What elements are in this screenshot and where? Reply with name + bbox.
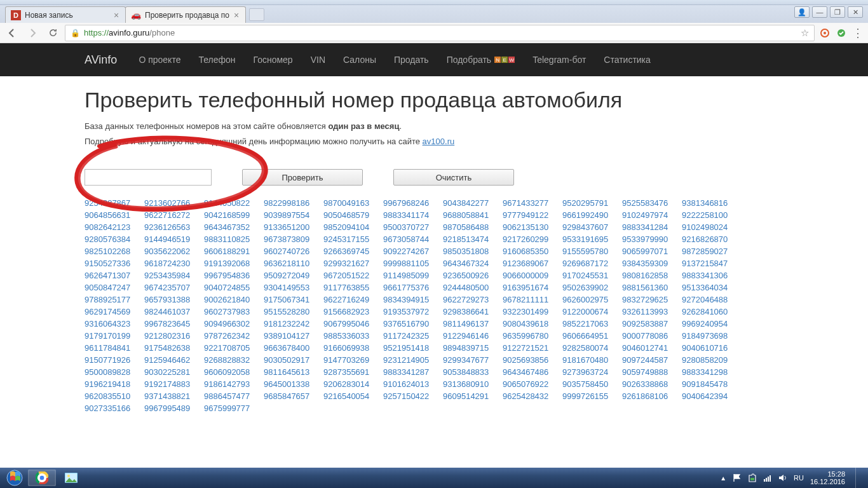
phone-link[interactable]: 9144946519 [144,234,199,244]
phone-input[interactable] [85,169,212,186]
phone-link[interactable]: 9035622062 [144,247,199,256]
phone-link[interactable]: 9602737983 [204,307,259,316]
phone-link[interactable]: 9299321627 [323,259,378,268]
phone-link[interactable]: 9179170199 [85,331,139,341]
phone-link[interactable]: 9606664951 [562,331,617,341]
phone-link[interactable]: 9661775376 [383,283,438,292]
phone-link[interactable]: 9777949122 [503,210,557,220]
phone-link[interactable]: 9000778086 [622,331,677,341]
phone-link[interactable]: 9661992490 [562,210,617,220]
phone-link[interactable]: 9643467352 [204,222,259,232]
browser-tab-1[interactable]: D Новая запись × [5,6,126,23]
minimize-button[interactable]: — [812,6,827,18]
tab-close-icon[interactable]: × [112,11,120,19]
phone-link[interactable]: 9657931388 [144,295,199,304]
phone-link[interactable]: 9533191695 [562,234,617,244]
back-button[interactable] [4,25,20,41]
close-window-button[interactable]: ✕ [848,6,863,18]
phone-link[interactable]: 9788925177 [85,295,139,304]
phone-link[interactable]: 9150527336 [85,259,139,268]
phone-link[interactable]: 9216540054 [323,391,378,401]
phone-link[interactable]: 9671433277 [503,198,557,208]
phone-link[interactable]: 9322301499 [503,307,557,316]
phone-link[interactable]: 9117242325 [383,331,438,341]
phone-link[interactable]: 9040642394 [682,391,736,401]
phone-link[interactable]: 9193537972 [383,307,438,316]
bookmark-star-icon[interactable]: ☆ [801,27,809,39]
phone-link[interactable]: 9253435984 [144,271,199,280]
phone-link[interactable]: 9155595780 [562,247,617,256]
phone-link[interactable]: 9170245531 [562,271,617,280]
check-button[interactable]: Проверить [242,169,363,186]
tray-up-icon[interactable]: ▲ [720,475,726,482]
phone-link[interactable]: 9280858209 [682,355,736,365]
phone-link[interactable]: 9688058841 [443,210,498,220]
phone-link[interactable]: 9268828832 [204,355,259,365]
phone-link[interactable]: 9967823645 [144,319,199,329]
phone-link[interactable]: 9620835510 [85,391,139,401]
phone-link[interactable]: 9304149553 [264,283,318,292]
phone-link[interactable]: 9883341174 [383,210,438,220]
browser-menu-button[interactable]: ⋮ [851,26,864,40]
phone-link[interactable]: 9133651200 [264,222,318,232]
phone-link[interactable]: 9125946462 [144,355,199,365]
phone-link[interactable]: 9137215847 [682,259,736,268]
phone-link[interactable]: 9629174569 [85,307,139,316]
phone-link[interactable]: 9261868106 [622,391,677,401]
phone-link[interactable]: 9967968246 [383,198,438,208]
phone-link[interactable]: 9097244587 [622,355,677,365]
av100-link[interactable]: av100.ru [423,137,455,146]
phone-link[interactable]: 9042168599 [204,210,259,220]
phone-link[interactable]: 9967995489 [144,403,199,413]
phone-link[interactable]: 9673873809 [264,234,318,244]
phone-link[interactable]: 9822998186 [264,198,318,208]
phone-link[interactable]: 9050468579 [323,210,378,220]
phone-link[interactable]: 9622716249 [323,295,378,304]
phone-link[interactable]: 9611784841 [85,343,139,353]
phone-link[interactable]: 9389104127 [264,331,318,341]
phone-link[interactable]: 9027335166 [85,403,139,413]
phone-link[interactable]: 9066000009 [503,271,557,280]
phone-link[interactable]: 9191392068 [204,259,259,268]
phone-link[interactable]: 9509272049 [264,271,318,280]
phone-link[interactable]: 9870586488 [443,222,498,232]
phone-link[interactable]: 9082642123 [85,222,139,232]
phone-link[interactable]: 9674235707 [144,283,199,292]
phone-link[interactable]: 9326113993 [622,307,677,316]
phone-link[interactable]: 9298437607 [562,222,617,232]
phone-link[interactable]: 9094966302 [204,319,259,329]
phone-link[interactable]: 9043842277 [443,198,498,208]
phone-link[interactable]: 9192174883 [144,379,199,389]
phone-link[interactable]: 9635996780 [503,331,557,341]
phone-link[interactable]: 9163951674 [503,283,557,292]
new-tab-button[interactable] [249,8,264,21]
phone-link[interactable]: 9206283014 [323,379,378,389]
phone-link[interactable]: 9025693856 [503,355,557,365]
phone-link[interactable]: 9883341284 [622,222,677,232]
tray-sound-icon[interactable] [778,473,787,482]
phone-link[interactable]: 9811645613 [264,367,318,377]
phone-link[interactable]: 9825102268 [85,247,139,256]
tray-flag-icon[interactable] [733,473,742,482]
phone-link[interactable]: 9102498024 [682,222,736,232]
phone-link[interactable]: 9065997071 [622,247,677,256]
phone-link[interactable]: 9609514291 [443,391,498,401]
phone-link[interactable]: 9062135130 [503,222,557,232]
phone-link[interactable]: 9186142793 [204,379,259,389]
forward-button[interactable] [24,25,41,41]
phone-link[interactable]: 9500089828 [85,367,139,377]
phone-link[interactable]: 9184973698 [682,331,736,341]
phone-link[interactable]: 9262841060 [682,307,736,316]
phone-link[interactable]: 9515528280 [264,307,318,316]
phone-link[interactable]: 9618724230 [144,259,199,268]
phone-link[interactable]: 9123689067 [503,259,557,268]
phone-link[interactable]: 9852217063 [562,319,617,329]
phone-link[interactable]: 9636218110 [264,259,318,268]
user-menu-button[interactable]: 👤 [794,6,810,18]
phone-link[interactable]: 9602740726 [264,247,318,256]
phone-link[interactable]: 9832729625 [622,295,677,304]
phone-link[interactable]: 9685847657 [264,391,318,401]
phone-link[interactable]: 9999726155 [562,391,617,401]
phone-link[interactable]: 9217260299 [503,234,557,244]
phone-link[interactable]: 9122721521 [503,343,557,353]
